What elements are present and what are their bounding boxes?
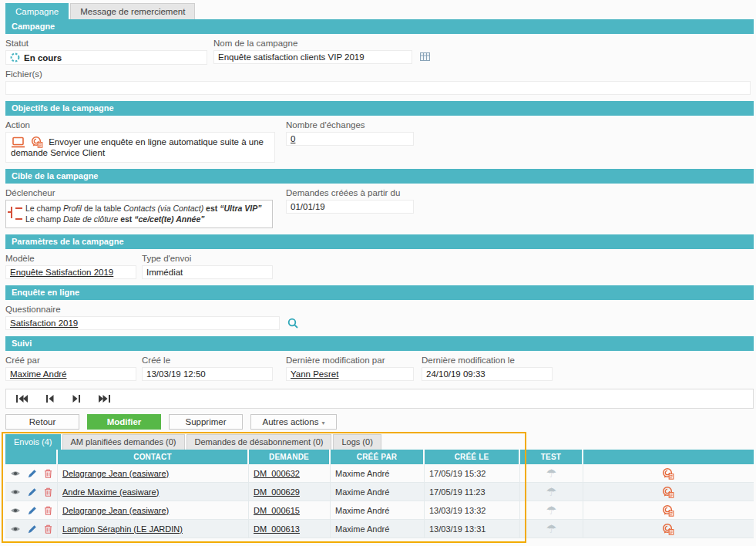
row-actions-cell: [5, 520, 58, 538]
modele-label: Modèle: [5, 254, 142, 263]
demande-link[interactable]: DM_000632: [254, 469, 300, 478]
col-test[interactable]: TEST: [520, 450, 583, 464]
row-actions-cell: [5, 501, 58, 519]
questionnaire-field[interactable]: Satisfaction 2019: [5, 316, 280, 330]
status-spinner-icon: [10, 52, 20, 62]
first-record-icon[interactable]: [15, 394, 29, 403]
bottom-tab-bar: Envois (4) AM planifiées demandes (0) De…: [5, 434, 754, 450]
edit-pencil-icon[interactable]: [28, 524, 37, 534]
cree-le-field: 13/03/19 12:50: [142, 367, 273, 381]
cree-par-field[interactable]: Maxime André: [5, 367, 136, 381]
cree-par-cell: Maxime André: [331, 520, 425, 538]
cree-par-cell: Maxime André: [331, 483, 425, 501]
section-suivi: Suivi Créé par Créé le Dernière modifica…: [5, 336, 754, 381]
questionnaire-link[interactable]: Satisfaction 2019: [10, 318, 78, 328]
col-contact[interactable]: CONTACT: [58, 450, 249, 464]
rule-tree-rail: [11, 207, 12, 218]
next-record-icon[interactable]: [72, 394, 81, 403]
col-demande[interactable]: DEMANDE: [249, 450, 331, 464]
tab-envois[interactable]: Envois (4): [5, 434, 61, 450]
col-cree-par[interactable]: CRÉÉ PAR: [331, 450, 425, 464]
contact-link[interactable]: Lampion Séraphin (LE JARDIN): [62, 524, 183, 534]
statut-label: Statut: [5, 39, 213, 48]
contact-link[interactable]: Delagrange Jean (easiware): [62, 506, 169, 515]
declencheur-rules: Le champ Profil de la table Contacts (vi…: [5, 200, 273, 228]
survey-bubble-icon[interactable]: [662, 504, 675, 517]
delete-trash-icon[interactable]: [44, 506, 52, 515]
section-suivi-title: Suivi: [5, 336, 754, 351]
modif-par-field[interactable]: Yann Pesret: [286, 367, 414, 381]
type-envoi-label: Type d'envoi: [142, 254, 191, 263]
survey-cell: [583, 520, 754, 538]
cree-le-label: Créé le: [142, 356, 286, 365]
tab-desabonnement[interactable]: Demandes de désabonnement (0): [186, 434, 332, 450]
survey-bubble-icon: [31, 136, 44, 148]
demande-link[interactable]: DM_000613: [254, 524, 300, 534]
tab-logs[interactable]: Logs (0): [333, 434, 381, 450]
delete-trash-icon[interactable]: [44, 487, 52, 497]
nom-label: Nom de la campagne: [213, 39, 297, 48]
questionnaire-label: Questionnaire: [5, 305, 61, 314]
contact-link[interactable]: Delagrange Jean (easiware): [62, 469, 169, 478]
survey-bubble-icon[interactable]: [662, 523, 675, 535]
view-eye-icon[interactable]: [10, 488, 21, 496]
section-campagne-title: Campagne: [5, 19, 754, 34]
demandes-label: Demandes créées à partir du: [286, 188, 400, 197]
section-cible-title: Cible de la campagne: [5, 169, 754, 184]
demandes-field[interactable]: 01/01/19: [286, 200, 414, 214]
rule-branch-icon: [15, 207, 22, 209]
fichiers-label: Fichier(s): [5, 69, 42, 79]
tab-message-remerciement[interactable]: Message de remerciement: [70, 3, 195, 19]
echanges-value[interactable]: 0: [291, 134, 295, 143]
section-enquete-title: Enquête en ligne: [5, 285, 754, 300]
search-icon[interactable]: [287, 318, 299, 329]
demande-link[interactable]: DM_000629: [254, 487, 300, 497]
autres-actions-button[interactable]: Autres actions▾: [250, 414, 337, 430]
contact-cell: Lampion Séraphin (LE JARDIN): [58, 520, 249, 538]
lookup-grid-icon[interactable]: [420, 52, 430, 61]
modele-link[interactable]: Enquête Satisfaction 2019: [10, 268, 113, 277]
col-cree-le[interactable]: CRÉÉ LE: [425, 450, 520, 464]
delete-trash-icon[interactable]: [44, 524, 52, 534]
survey-bubble-icon[interactable]: [662, 486, 675, 498]
survey-bubble-icon[interactable]: [662, 467, 675, 480]
section-enquete: Enquête en ligne Questionnaire Satisfact…: [5, 285, 754, 330]
rule-branch-icon: [15, 218, 22, 220]
delete-trash-icon[interactable]: [44, 469, 52, 478]
contact-cell: Andre Maxime (easiware): [58, 483, 249, 501]
campaign-page: Campagne Message de remerciement Campagn…: [0, 0, 756, 546]
umbrella-icon: ☂: [546, 486, 556, 497]
echanges-field[interactable]: 0: [286, 132, 414, 146]
test-cell: ☂: [520, 464, 583, 482]
previous-record-icon[interactable]: [45, 394, 55, 403]
edit-pencil-icon[interactable]: [28, 469, 37, 478]
survey-cell: [583, 483, 754, 501]
cree-le-cell: 17/05/19 15:32: [425, 464, 520, 482]
section-parametres: Paramètres de la campagne Modèle Type d'…: [5, 234, 754, 279]
view-eye-icon[interactable]: [10, 507, 21, 514]
cree-par-cell: Maxime André: [331, 464, 425, 482]
edit-pencil-icon[interactable]: [28, 506, 37, 515]
view-eye-icon[interactable]: [10, 470, 21, 477]
record-navigation-bar: [5, 389, 754, 409]
edit-pencil-icon[interactable]: [28, 487, 37, 497]
modif-le-field: 24/10/19 09:33: [422, 367, 553, 381]
modele-field[interactable]: Enquête Satisfaction 2019: [5, 265, 136, 279]
view-eye-icon[interactable]: [10, 525, 21, 533]
last-record-icon[interactable]: [98, 394, 111, 403]
demande-cell: DM_000629: [249, 483, 331, 501]
nom-field[interactable]: Enquête satisfaction clients VIP 2019: [213, 50, 412, 64]
fichiers-field[interactable]: [5, 81, 751, 95]
echanges-label: Nombre d'échanges: [286, 120, 365, 130]
envois-table-body: Delagrange Jean (easiware) DM_000632 Max…: [5, 464, 754, 538]
contact-link[interactable]: Andre Maxime (easiware): [62, 487, 159, 497]
tab-campagne[interactable]: Campagne: [5, 3, 69, 19]
retour-button[interactable]: Retour: [5, 414, 79, 430]
modifier-button[interactable]: Modifier: [87, 414, 161, 430]
supprimer-button[interactable]: Supprimer: [169, 414, 243, 430]
cree-le-cell: 13/03/19 13:31: [425, 520, 520, 538]
demande-link[interactable]: DM_000615: [254, 506, 300, 515]
contact-cell: Delagrange Jean (easiware): [58, 501, 249, 519]
tab-am-planifiees[interactable]: AM planifiées demandes (0): [62, 434, 185, 450]
envois-table-header: CONTACT DEMANDE CRÉÉ PAR CRÉÉ LE TEST: [5, 450, 754, 464]
